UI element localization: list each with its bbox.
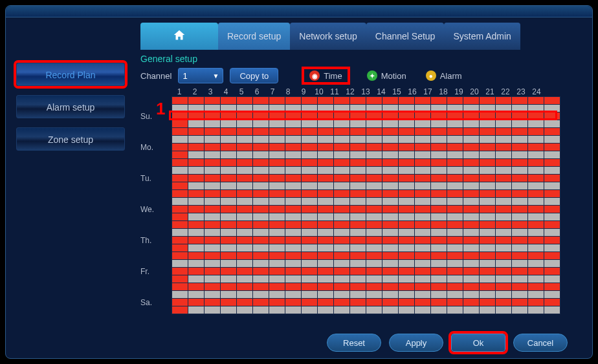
schedule-cell[interactable] bbox=[431, 112, 447, 120]
schedule-cell[interactable] bbox=[447, 105, 463, 112]
schedule-cell[interactable] bbox=[350, 237, 366, 244]
schedule-cell[interactable] bbox=[269, 213, 285, 220]
schedule-cell[interactable] bbox=[382, 206, 398, 213]
schedule-cell[interactable] bbox=[382, 299, 398, 306]
schedule-cell[interactable] bbox=[350, 182, 366, 189]
schedule-cell[interactable] bbox=[512, 260, 527, 267]
schedule-cell[interactable] bbox=[253, 252, 269, 259]
schedule-cell[interactable] bbox=[447, 275, 463, 283]
schedule-cell[interactable] bbox=[237, 151, 252, 158]
schedule-cell[interactable] bbox=[334, 112, 349, 120]
schedule-cell[interactable] bbox=[463, 283, 479, 290]
schedule-cell[interactable] bbox=[285, 229, 301, 236]
schedule-cell[interactable] bbox=[253, 244, 269, 252]
schedule-cell[interactable] bbox=[480, 105, 495, 112]
schedule-cell[interactable] bbox=[221, 112, 236, 120]
schedule-cell[interactable] bbox=[269, 268, 285, 275]
schedule-cell[interactable] bbox=[431, 105, 447, 112]
schedule-cell[interactable] bbox=[318, 97, 333, 104]
schedule-grid[interactable]: 1 Su.Mo.Tu.We.Th.Fr.Sa. bbox=[140, 96, 573, 314]
schedule-cell[interactable] bbox=[496, 206, 511, 213]
schedule-cell[interactable] bbox=[463, 268, 479, 275]
schedule-cell[interactable] bbox=[382, 182, 398, 189]
schedule-cell[interactable] bbox=[447, 299, 463, 306]
schedule-cell[interactable] bbox=[350, 221, 366, 228]
schedule-cell[interactable] bbox=[528, 221, 544, 228]
schedule-cell[interactable] bbox=[221, 275, 236, 283]
schedule-cell[interactable] bbox=[512, 198, 527, 205]
schedule-cell[interactable] bbox=[172, 105, 188, 112]
schedule-cell[interactable] bbox=[350, 229, 366, 236]
schedule-cell[interactable] bbox=[285, 206, 301, 213]
schedule-cell[interactable] bbox=[366, 244, 382, 252]
schedule-cell[interactable] bbox=[399, 136, 414, 143]
schedule-cell[interactable] bbox=[447, 198, 463, 205]
day-cells[interactable] bbox=[172, 189, 560, 221]
schedule-cell[interactable] bbox=[269, 136, 285, 143]
schedule-cell[interactable] bbox=[269, 198, 285, 205]
schedule-cell[interactable] bbox=[188, 167, 204, 174]
schedule-cell[interactable] bbox=[253, 268, 269, 275]
schedule-cell[interactable] bbox=[221, 229, 236, 236]
schedule-cell[interactable] bbox=[334, 306, 349, 314]
schedule-cell[interactable] bbox=[188, 112, 204, 120]
schedule-cell[interactable] bbox=[366, 190, 382, 197]
schedule-cell[interactable] bbox=[253, 206, 269, 213]
schedule-cell[interactable] bbox=[221, 221, 236, 228]
schedule-cell[interactable] bbox=[221, 252, 236, 259]
schedule-cell[interactable] bbox=[480, 136, 495, 143]
schedule-cell[interactable] bbox=[188, 159, 204, 166]
schedule-cell[interactable] bbox=[366, 291, 382, 298]
schedule-cell[interactable] bbox=[399, 260, 414, 267]
schedule-cell[interactable] bbox=[544, 206, 560, 213]
schedule-cell[interactable] bbox=[318, 244, 333, 252]
schedule-cell[interactable] bbox=[253, 198, 269, 205]
schedule-cell[interactable] bbox=[415, 237, 430, 244]
schedule-cell[interactable] bbox=[302, 198, 317, 205]
schedule-cell[interactable] bbox=[431, 97, 447, 104]
schedule-cell[interactable] bbox=[496, 182, 511, 189]
schedule-cell[interactable] bbox=[350, 151, 366, 158]
schedule-cell[interactable] bbox=[188, 105, 204, 112]
schedule-cell[interactable] bbox=[366, 167, 382, 174]
schedule-cell[interactable] bbox=[544, 175, 560, 182]
schedule-cell[interactable] bbox=[431, 198, 447, 205]
schedule-cell[interactable] bbox=[415, 175, 430, 182]
schedule-cell[interactable] bbox=[512, 105, 527, 112]
schedule-cell[interactable] bbox=[399, 237, 414, 244]
schedule-cell[interactable] bbox=[334, 175, 349, 182]
schedule-cell[interactable] bbox=[382, 190, 398, 197]
schedule-cell[interactable] bbox=[544, 128, 560, 135]
schedule-cell[interactable] bbox=[415, 283, 430, 290]
schedule-cell[interactable] bbox=[302, 136, 317, 143]
schedule-cell[interactable] bbox=[334, 206, 349, 213]
schedule-cell[interactable] bbox=[237, 260, 252, 267]
schedule-cell[interactable] bbox=[431, 252, 447, 259]
schedule-cell[interactable] bbox=[237, 198, 252, 205]
schedule-cell[interactable] bbox=[415, 229, 430, 236]
schedule-cell[interactable] bbox=[431, 291, 447, 298]
schedule-cell[interactable] bbox=[302, 128, 317, 135]
schedule-cell[interactable] bbox=[221, 136, 236, 143]
schedule-cell[interactable] bbox=[237, 159, 252, 166]
schedule-cell[interactable] bbox=[528, 206, 544, 213]
schedule-cell[interactable] bbox=[496, 198, 511, 205]
schedule-cell[interactable] bbox=[463, 206, 479, 213]
schedule-cell[interactable] bbox=[205, 190, 220, 197]
schedule-cell[interactable] bbox=[188, 237, 204, 244]
schedule-cell[interactable] bbox=[415, 268, 430, 275]
schedule-cell[interactable] bbox=[463, 136, 479, 143]
schedule-cell[interactable] bbox=[237, 244, 252, 252]
schedule-cell[interactable] bbox=[399, 167, 414, 174]
schedule-cell[interactable] bbox=[366, 120, 382, 127]
schedule-cell[interactable] bbox=[334, 159, 349, 166]
schedule-cell[interactable] bbox=[496, 229, 511, 236]
schedule-cell[interactable] bbox=[512, 252, 527, 259]
schedule-cell[interactable] bbox=[285, 167, 301, 174]
schedule-cell[interactable] bbox=[253, 105, 269, 112]
schedule-cell[interactable] bbox=[269, 206, 285, 213]
schedule-cell[interactable] bbox=[544, 105, 560, 112]
schedule-cell[interactable] bbox=[399, 306, 414, 314]
schedule-cell[interactable] bbox=[544, 229, 560, 236]
schedule-cell[interactable] bbox=[496, 175, 511, 182]
